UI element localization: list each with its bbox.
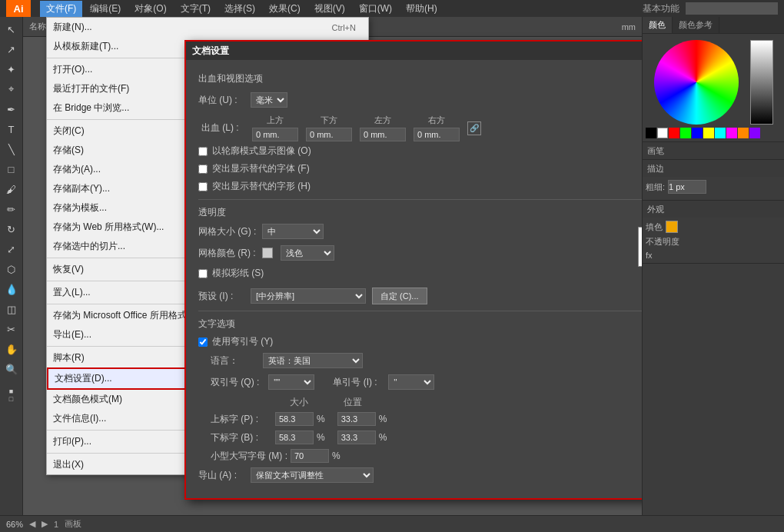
dialog-title: 文档设置 — [186, 42, 642, 60]
bleed-top-input[interactable] — [252, 128, 298, 141]
workspace: ↖ ↗ ✦ ⌖ ✒ T ╲ □ 🖌 ✏ ↻ ⤢ ⬡ 💧 ◫ ✂ ✋ 🔍 ■□ 名… — [0, 17, 784, 515]
unit-select[interactable]: 毫米 像素 点 英寸 — [251, 92, 287, 108]
menu-edit[interactable]: 编辑(E) — [84, 1, 127, 17]
artboard-label: 画板 — [65, 518, 81, 530]
panel-tabs: 颜色 颜色参考 — [643, 17, 784, 34]
color-wheel[interactable] — [654, 40, 739, 125]
grid-color-select[interactable]: 浅色 中 深色 — [281, 245, 334, 261]
link-icon[interactable]: 🔗 — [467, 121, 481, 135]
preset-select[interactable]: [中分辨率] [低分辨率] [高分辨率] — [251, 288, 366, 304]
color-ref-tab[interactable]: 颜色参考 — [673, 17, 719, 33]
grid-size-select[interactable]: 中 小 大 — [262, 224, 324, 239]
simulate-paper-checkbox[interactable] — [198, 269, 208, 278]
smallcaps-input[interactable] — [291, 449, 329, 463]
paintbrush-tool[interactable]: 🖌 — [2, 180, 22, 198]
menu-text[interactable]: 文字(T) — [174, 1, 217, 17]
superscript-pos-input[interactable] — [337, 412, 376, 426]
menu-object[interactable]: 对象(O) — [128, 1, 172, 17]
bleed-right-input[interactable] — [414, 128, 460, 141]
color-panel-group: 颜色 颜色参考 — [643, 17, 784, 142]
status-nav-right[interactable]: ▶ — [42, 519, 48, 529]
superscript-size-input[interactable] — [275, 412, 314, 426]
grid-color-row: 网格颜色 (R) : 浅色 中 深色 — [198, 245, 629, 261]
pen-tool[interactable]: ✒ — [2, 100, 22, 118]
double-quotes-select[interactable]: "" — [268, 374, 314, 390]
stroke-width-label: 粗细: — [646, 181, 665, 193]
superscript-label: 上标字 (P) : — [211, 413, 272, 426]
search-input[interactable] — [686, 2, 778, 15]
font-checkbox[interactable] — [198, 165, 208, 174]
language-select[interactable]: 英语：美国 英语：英国 中文：简体 — [263, 353, 363, 368]
transparency-section-title: 透明度 — [198, 206, 642, 219]
eyedropper-tool[interactable]: 💧 — [2, 280, 22, 298]
pencil-tool[interactable]: ✏ — [2, 200, 22, 218]
direct-selection-tool[interactable]: ↗ — [2, 40, 22, 58]
superscript-size-pct: % — [317, 414, 325, 424]
appearance-panel-header[interactable]: 外观 — [643, 201, 784, 218]
swatch-red[interactable] — [669, 128, 679, 138]
gradient-tool[interactable]: ◫ — [2, 300, 22, 318]
simulate-paper-row: 模拟彩纸 (S) — [198, 267, 629, 280]
subscript-pos-pct: % — [379, 432, 387, 443]
outline-checkbox[interactable] — [198, 147, 208, 156]
brush-panel-label: 画笔 — [647, 145, 664, 157]
language-label: 语言： — [211, 354, 257, 367]
subscript-size-input[interactable] — [275, 431, 314, 444]
swatch-orange[interactable] — [738, 128, 749, 138]
type-tool[interactable]: T — [2, 120, 22, 138]
brightness-slider[interactable] — [750, 40, 773, 125]
brush-panel-header[interactable]: 画笔 — [643, 142, 784, 159]
status-nav-left[interactable]: ◀ — [29, 519, 35, 529]
single-quotes-select[interactable]: '' — [388, 374, 434, 390]
font-label: 突出显示替代的字体 (F) — [212, 162, 310, 175]
stroke-panel-header[interactable]: 描边 — [643, 160, 784, 177]
menu-view[interactable]: 视图(V) — [308, 1, 351, 17]
swatch-white[interactable] — [657, 128, 668, 138]
lasso-tool[interactable]: ⌖ — [2, 80, 22, 98]
swatch-blue[interactable] — [692, 128, 703, 138]
blend-tool[interactable]: ⬡ — [2, 260, 22, 278]
zoom-level: 66% — [6, 520, 23, 529]
menu-item-new[interactable]: 新建(N)... Ctrl+N — [47, 18, 368, 37]
title-right: 基本功能 — [643, 2, 778, 15]
magic-wand-tool[interactable]: ✦ — [2, 60, 22, 78]
zoom-tool[interactable]: 🔍 — [2, 360, 22, 378]
title-bar: Ai 文件(F) 编辑(E) 对象(O) 文字(T) 选择(S) 效果(C) 视… — [0, 0, 784, 17]
fx-label: fx — [646, 251, 653, 260]
fill-swatch[interactable] — [666, 221, 678, 233]
glyph-checkbox[interactable] — [198, 182, 208, 191]
menu-effect[interactable]: 效果(C) — [263, 1, 307, 17]
section-divider-1 — [198, 199, 642, 200]
guide-select[interactable]: 保留文本可调整性 — [251, 467, 374, 483]
use-quotes-checkbox[interactable] — [198, 337, 208, 347]
shape-tool[interactable]: □ — [2, 160, 22, 178]
stroke-width-input[interactable] — [668, 180, 706, 194]
swatch-black[interactable] — [646, 128, 656, 138]
rotate-tool[interactable]: ↻ — [2, 220, 22, 238]
bleed-bottom-input[interactable] — [306, 128, 352, 141]
line-tool[interactable]: ╲ — [2, 140, 22, 158]
fill-stroke[interactable]: ■□ — [2, 386, 22, 404]
app-logo: Ai — [6, 0, 31, 17]
swatch-magenta[interactable] — [726, 128, 737, 138]
swatch-cyan[interactable] — [715, 128, 726, 138]
scissors-tool[interactable]: ✂ — [2, 320, 22, 338]
bleed-left-input[interactable] — [360, 128, 406, 141]
menu-select[interactable]: 选择(S) — [218, 1, 261, 17]
menu-window[interactable]: 窗口(W) — [353, 1, 398, 17]
main-area: 名称： mm 新建(N)... Ctrl+N 从模板新建(T)... Shift… — [23, 17, 642, 515]
grid-color-swatch[interactable] — [262, 248, 273, 258]
hand-tool[interactable]: ✋ — [2, 340, 22, 358]
menu-file[interactable]: 文件(F) — [40, 1, 82, 17]
swatch-green[interactable] — [680, 128, 691, 138]
selection-tool[interactable]: ↖ — [2, 20, 22, 38]
color-tab[interactable]: 颜色 — [643, 17, 673, 33]
subscript-pos-input[interactable] — [337, 431, 376, 444]
preset-row: 预设 (I) : [中分辨率] [低分辨率] [高分辨率] 自定 (C)... — [198, 288, 642, 304]
swatch-purple[interactable] — [749, 128, 760, 138]
swatch-yellow[interactable] — [703, 128, 714, 138]
custom-button[interactable]: 自定 (C)... — [372, 288, 427, 304]
menu-help[interactable]: 帮助(H) — [400, 1, 443, 17]
scale-tool[interactable]: ⤢ — [2, 240, 22, 258]
preset-label: 预设 (I) : — [198, 290, 244, 303]
